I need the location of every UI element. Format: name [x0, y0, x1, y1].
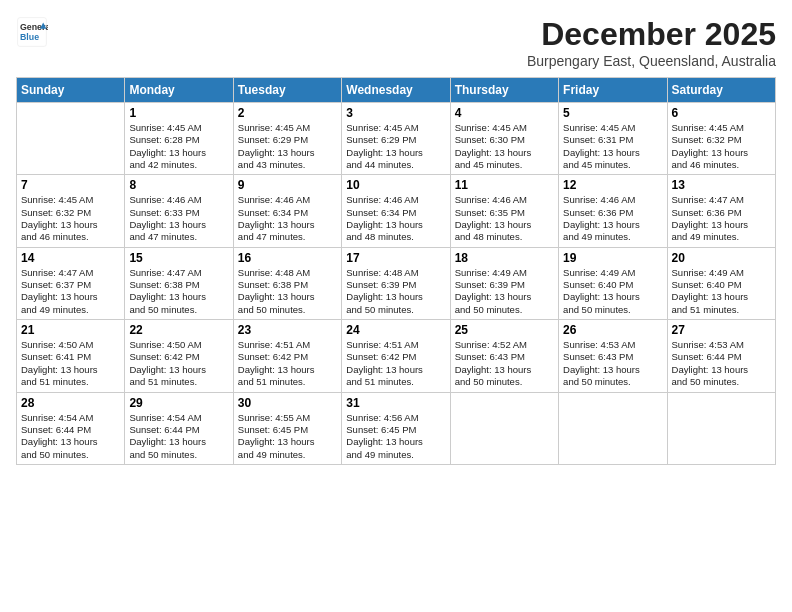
calendar-week-4: 21Sunrise: 4:50 AMSunset: 6:41 PMDayligh…	[17, 320, 776, 392]
day-number: 15	[129, 251, 228, 265]
calendar-cell-w3-d6: 19Sunrise: 4:49 AMSunset: 6:40 PMDayligh…	[559, 247, 667, 319]
cell-info: Sunrise: 4:56 AMSunset: 6:45 PMDaylight:…	[346, 412, 445, 461]
cell-info: Sunrise: 4:55 AMSunset: 6:45 PMDaylight:…	[238, 412, 337, 461]
calendar-cell-w5-d6	[559, 392, 667, 464]
cell-info: Sunrise: 4:47 AMSunset: 6:38 PMDaylight:…	[129, 267, 228, 316]
calendar-cell-w4-d3: 23Sunrise: 4:51 AMSunset: 6:42 PMDayligh…	[233, 320, 341, 392]
calendar-cell-w2-d3: 9Sunrise: 4:46 AMSunset: 6:34 PMDaylight…	[233, 175, 341, 247]
calendar-cell-w1-d1	[17, 103, 125, 175]
day-number: 11	[455, 178, 554, 192]
cell-info: Sunrise: 4:51 AMSunset: 6:42 PMDaylight:…	[238, 339, 337, 388]
day-number: 31	[346, 396, 445, 410]
day-number: 29	[129, 396, 228, 410]
calendar-cell-w5-d5	[450, 392, 558, 464]
title-section: December 2025 Burpengary East, Queenslan…	[527, 16, 776, 69]
day-number: 19	[563, 251, 662, 265]
calendar-cell-w4-d4: 24Sunrise: 4:51 AMSunset: 6:42 PMDayligh…	[342, 320, 450, 392]
calendar-cell-w3-d2: 15Sunrise: 4:47 AMSunset: 6:38 PMDayligh…	[125, 247, 233, 319]
calendar-cell-w4-d7: 27Sunrise: 4:53 AMSunset: 6:44 PMDayligh…	[667, 320, 775, 392]
day-number: 21	[21, 323, 120, 337]
cell-info: Sunrise: 4:45 AMSunset: 6:28 PMDaylight:…	[129, 122, 228, 171]
calendar-week-5: 28Sunrise: 4:54 AMSunset: 6:44 PMDayligh…	[17, 392, 776, 464]
day-number: 8	[129, 178, 228, 192]
calendar-cell-w3-d4: 17Sunrise: 4:48 AMSunset: 6:39 PMDayligh…	[342, 247, 450, 319]
header-thursday: Thursday	[450, 78, 558, 103]
calendar-cell-w1-d3: 2Sunrise: 4:45 AMSunset: 6:29 PMDaylight…	[233, 103, 341, 175]
day-number: 12	[563, 178, 662, 192]
day-number: 27	[672, 323, 771, 337]
cell-info: Sunrise: 4:51 AMSunset: 6:42 PMDaylight:…	[346, 339, 445, 388]
calendar-cell-w3-d7: 20Sunrise: 4:49 AMSunset: 6:40 PMDayligh…	[667, 247, 775, 319]
calendar-cell-w4-d5: 25Sunrise: 4:52 AMSunset: 6:43 PMDayligh…	[450, 320, 558, 392]
header-tuesday: Tuesday	[233, 78, 341, 103]
cell-info: Sunrise: 4:53 AMSunset: 6:43 PMDaylight:…	[563, 339, 662, 388]
cell-info: Sunrise: 4:47 AMSunset: 6:37 PMDaylight:…	[21, 267, 120, 316]
day-number: 30	[238, 396, 337, 410]
day-number: 24	[346, 323, 445, 337]
calendar-cell-w3-d5: 18Sunrise: 4:49 AMSunset: 6:39 PMDayligh…	[450, 247, 558, 319]
cell-info: Sunrise: 4:49 AMSunset: 6:40 PMDaylight:…	[672, 267, 771, 316]
calendar-week-2: 7Sunrise: 4:45 AMSunset: 6:32 PMDaylight…	[17, 175, 776, 247]
cell-info: Sunrise: 4:50 AMSunset: 6:42 PMDaylight:…	[129, 339, 228, 388]
calendar-cell-w5-d3: 30Sunrise: 4:55 AMSunset: 6:45 PMDayligh…	[233, 392, 341, 464]
header-saturday: Saturday	[667, 78, 775, 103]
day-number: 3	[346, 106, 445, 120]
cell-info: Sunrise: 4:45 AMSunset: 6:32 PMDaylight:…	[672, 122, 771, 171]
day-number: 1	[129, 106, 228, 120]
day-number: 4	[455, 106, 554, 120]
calendar-cell-w4-d1: 21Sunrise: 4:50 AMSunset: 6:41 PMDayligh…	[17, 320, 125, 392]
cell-info: Sunrise: 4:45 AMSunset: 6:29 PMDaylight:…	[238, 122, 337, 171]
logo: General Blue	[16, 16, 48, 48]
day-number: 13	[672, 178, 771, 192]
day-number: 26	[563, 323, 662, 337]
day-number: 18	[455, 251, 554, 265]
header-friday: Friday	[559, 78, 667, 103]
cell-info: Sunrise: 4:53 AMSunset: 6:44 PMDaylight:…	[672, 339, 771, 388]
cell-info: Sunrise: 4:46 AMSunset: 6:34 PMDaylight:…	[346, 194, 445, 243]
cell-info: Sunrise: 4:47 AMSunset: 6:36 PMDaylight:…	[672, 194, 771, 243]
day-number: 7	[21, 178, 120, 192]
calendar-cell-w1-d7: 6Sunrise: 4:45 AMSunset: 6:32 PMDaylight…	[667, 103, 775, 175]
day-number: 28	[21, 396, 120, 410]
month-title: December 2025	[527, 16, 776, 53]
cell-info: Sunrise: 4:46 AMSunset: 6:33 PMDaylight:…	[129, 194, 228, 243]
cell-info: Sunrise: 4:46 AMSunset: 6:34 PMDaylight:…	[238, 194, 337, 243]
cell-info: Sunrise: 4:52 AMSunset: 6:43 PMDaylight:…	[455, 339, 554, 388]
cell-info: Sunrise: 4:54 AMSunset: 6:44 PMDaylight:…	[21, 412, 120, 461]
day-number: 25	[455, 323, 554, 337]
day-number: 16	[238, 251, 337, 265]
cell-info: Sunrise: 4:50 AMSunset: 6:41 PMDaylight:…	[21, 339, 120, 388]
calendar-week-1: 1Sunrise: 4:45 AMSunset: 6:28 PMDaylight…	[17, 103, 776, 175]
day-number: 17	[346, 251, 445, 265]
logo-icon: General Blue	[16, 16, 48, 48]
calendar-cell-w2-d6: 12Sunrise: 4:46 AMSunset: 6:36 PMDayligh…	[559, 175, 667, 247]
cell-info: Sunrise: 4:46 AMSunset: 6:36 PMDaylight:…	[563, 194, 662, 243]
cell-info: Sunrise: 4:45 AMSunset: 6:29 PMDaylight:…	[346, 122, 445, 171]
calendar-header-row: Sunday Monday Tuesday Wednesday Thursday…	[17, 78, 776, 103]
cell-info: Sunrise: 4:48 AMSunset: 6:39 PMDaylight:…	[346, 267, 445, 316]
calendar-cell-w2-d1: 7Sunrise: 4:45 AMSunset: 6:32 PMDaylight…	[17, 175, 125, 247]
day-number: 22	[129, 323, 228, 337]
day-number: 14	[21, 251, 120, 265]
cell-info: Sunrise: 4:54 AMSunset: 6:44 PMDaylight:…	[129, 412, 228, 461]
calendar-cell-w5-d2: 29Sunrise: 4:54 AMSunset: 6:44 PMDayligh…	[125, 392, 233, 464]
cell-info: Sunrise: 4:49 AMSunset: 6:39 PMDaylight:…	[455, 267, 554, 316]
calendar-cell-w5-d1: 28Sunrise: 4:54 AMSunset: 6:44 PMDayligh…	[17, 392, 125, 464]
cell-info: Sunrise: 4:46 AMSunset: 6:35 PMDaylight:…	[455, 194, 554, 243]
day-number: 23	[238, 323, 337, 337]
calendar-cell-w1-d4: 3Sunrise: 4:45 AMSunset: 6:29 PMDaylight…	[342, 103, 450, 175]
header-wednesday: Wednesday	[342, 78, 450, 103]
header-monday: Monday	[125, 78, 233, 103]
calendar-cell-w4-d6: 26Sunrise: 4:53 AMSunset: 6:43 PMDayligh…	[559, 320, 667, 392]
header-sunday: Sunday	[17, 78, 125, 103]
day-number: 10	[346, 178, 445, 192]
cell-info: Sunrise: 4:48 AMSunset: 6:38 PMDaylight:…	[238, 267, 337, 316]
cell-info: Sunrise: 4:45 AMSunset: 6:31 PMDaylight:…	[563, 122, 662, 171]
calendar-cell-w5-d7	[667, 392, 775, 464]
cell-info: Sunrise: 4:45 AMSunset: 6:30 PMDaylight:…	[455, 122, 554, 171]
calendar-cell-w2-d5: 11Sunrise: 4:46 AMSunset: 6:35 PMDayligh…	[450, 175, 558, 247]
svg-text:Blue: Blue	[20, 32, 39, 42]
location: Burpengary East, Queensland, Australia	[527, 53, 776, 69]
calendar-cell-w3-d1: 14Sunrise: 4:47 AMSunset: 6:37 PMDayligh…	[17, 247, 125, 319]
calendar-cell-w1-d2: 1Sunrise: 4:45 AMSunset: 6:28 PMDaylight…	[125, 103, 233, 175]
